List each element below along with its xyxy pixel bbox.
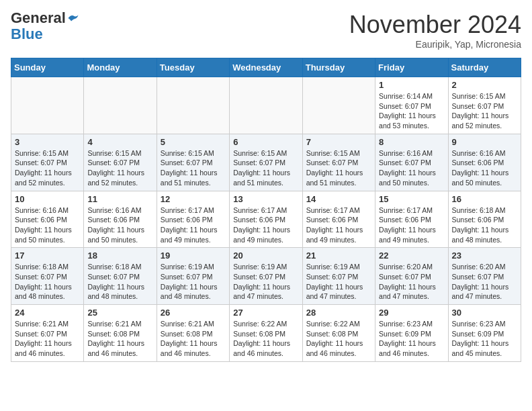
day-number: 19 [161, 250, 226, 261]
day-number: 4 [87, 137, 152, 147]
day-number: 23 [452, 250, 517, 261]
day-info: Sunrise: 6:19 AM Sunset: 6:07 PM Dayligh… [161, 262, 226, 302]
day-info: Sunrise: 6:21 AM Sunset: 6:08 PM Dayligh… [87, 319, 152, 359]
day-info: Sunrise: 6:18 AM Sunset: 6:06 PM Dayligh… [452, 205, 517, 245]
day-info: Sunrise: 6:17 AM Sunset: 6:06 PM Dayligh… [306, 205, 371, 245]
day-number: 18 [87, 250, 152, 261]
day-number: 27 [233, 308, 298, 318]
logo: General Blue [11, 11, 79, 43]
calendar-cell: 2Sunrise: 6:15 AM Sunset: 6:07 PM Daylig… [448, 77, 521, 134]
day-info: Sunrise: 6:22 AM Sunset: 6:08 PM Dayligh… [306, 319, 371, 359]
logo-bird-icon [67, 12, 79, 24]
day-number: 13 [233, 194, 298, 204]
calendar-cell: 26Sunrise: 6:21 AM Sunset: 6:08 PM Dayli… [157, 305, 229, 362]
calendar-table: SundayMondayTuesdayWednesdayThursdayFrid… [11, 58, 521, 362]
day-info: Sunrise: 6:17 AM Sunset: 6:06 PM Dayligh… [233, 205, 298, 245]
day-info: Sunrise: 6:19 AM Sunset: 6:07 PM Dayligh… [306, 262, 371, 302]
day-number: 1 [379, 80, 444, 90]
day-number: 3 [15, 137, 80, 147]
day-number: 11 [87, 194, 152, 204]
weekday-header-monday: Monday [84, 58, 157, 77]
calendar-cell: 10Sunrise: 6:16 AM Sunset: 6:06 PM Dayli… [11, 191, 84, 248]
calendar-cell: 11Sunrise: 6:16 AM Sunset: 6:06 PM Dayli… [84, 191, 157, 248]
day-number: 30 [452, 308, 517, 318]
day-number: 2 [452, 80, 517, 90]
calendar-week-row: 17Sunrise: 6:18 AM Sunset: 6:07 PM Dayli… [11, 248, 521, 305]
day-number: 6 [233, 137, 298, 147]
day-number: 20 [233, 250, 298, 261]
location-subtitle: Eauripik, Yap, Micronesia [349, 39, 521, 50]
calendar-cell: 28Sunrise: 6:22 AM Sunset: 6:08 PM Dayli… [302, 305, 375, 362]
calendar-cell: 16Sunrise: 6:18 AM Sunset: 6:06 PM Dayli… [448, 191, 521, 248]
calendar-cell: 3Sunrise: 6:15 AM Sunset: 6:07 PM Daylig… [11, 134, 84, 191]
day-number: 28 [306, 308, 371, 318]
calendar-cell: 19Sunrise: 6:19 AM Sunset: 6:07 PM Dayli… [157, 248, 229, 305]
weekday-header-tuesday: Tuesday [157, 58, 229, 77]
title-section: November 2024 Eauripik, Yap, Micronesia [349, 11, 521, 50]
day-info: Sunrise: 6:23 AM Sunset: 6:09 PM Dayligh… [379, 319, 444, 359]
day-info: Sunrise: 6:18 AM Sunset: 6:07 PM Dayligh… [15, 262, 80, 302]
day-number: 16 [452, 194, 517, 204]
day-info: Sunrise: 6:15 AM Sunset: 6:07 PM Dayligh… [233, 148, 298, 188]
calendar-cell: 7Sunrise: 6:15 AM Sunset: 6:07 PM Daylig… [302, 134, 375, 191]
calendar-cell [11, 77, 84, 134]
calendar-cell: 24Sunrise: 6:21 AM Sunset: 6:07 PM Dayli… [11, 305, 84, 362]
calendar-cell [84, 77, 157, 134]
day-number: 12 [161, 194, 226, 204]
day-info: Sunrise: 6:20 AM Sunset: 6:07 PM Dayligh… [379, 262, 444, 302]
month-title: November 2024 [349, 11, 521, 39]
day-number: 26 [161, 308, 226, 318]
calendar-cell [302, 77, 375, 134]
day-info: Sunrise: 6:20 AM Sunset: 6:07 PM Dayligh… [452, 262, 517, 302]
day-number: 25 [87, 308, 152, 318]
day-info: Sunrise: 6:18 AM Sunset: 6:07 PM Dayligh… [87, 262, 152, 302]
calendar-cell: 25Sunrise: 6:21 AM Sunset: 6:08 PM Dayli… [84, 305, 157, 362]
calendar-cell: 18Sunrise: 6:18 AM Sunset: 6:07 PM Dayli… [84, 248, 157, 305]
day-number: 15 [379, 194, 444, 204]
day-info: Sunrise: 6:16 AM Sunset: 6:06 PM Dayligh… [15, 205, 80, 245]
calendar-cell: 23Sunrise: 6:20 AM Sunset: 6:07 PM Dayli… [448, 248, 521, 305]
calendar-cell: 1Sunrise: 6:14 AM Sunset: 6:07 PM Daylig… [375, 77, 448, 134]
day-info: Sunrise: 6:23 AM Sunset: 6:09 PM Dayligh… [452, 319, 517, 359]
day-info: Sunrise: 6:15 AM Sunset: 6:07 PM Dayligh… [452, 91, 517, 131]
day-info: Sunrise: 6:22 AM Sunset: 6:08 PM Dayligh… [233, 319, 298, 359]
day-info: Sunrise: 6:15 AM Sunset: 6:07 PM Dayligh… [306, 148, 371, 188]
calendar-cell: 9Sunrise: 6:16 AM Sunset: 6:06 PM Daylig… [448, 134, 521, 191]
page-header: General Blue November 2024 Eauripik, Yap… [11, 11, 521, 50]
day-number: 29 [379, 308, 444, 318]
calendar-cell: 12Sunrise: 6:17 AM Sunset: 6:06 PM Dayli… [157, 191, 229, 248]
calendar-week-row: 3Sunrise: 6:15 AM Sunset: 6:07 PM Daylig… [11, 134, 521, 191]
calendar-cell [157, 77, 229, 134]
weekday-header-row: SundayMondayTuesdayWednesdayThursdayFrid… [11, 58, 521, 77]
logo-general-text: General [11, 11, 66, 26]
day-number: 8 [379, 137, 444, 147]
day-info: Sunrise: 6:16 AM Sunset: 6:06 PM Dayligh… [452, 148, 517, 188]
calendar-cell: 17Sunrise: 6:18 AM Sunset: 6:07 PM Dayli… [11, 248, 84, 305]
day-info: Sunrise: 6:16 AM Sunset: 6:07 PM Dayligh… [379, 148, 444, 188]
calendar-cell: 8Sunrise: 6:16 AM Sunset: 6:07 PM Daylig… [375, 134, 448, 191]
calendar-cell: 13Sunrise: 6:17 AM Sunset: 6:06 PM Dayli… [230, 191, 302, 248]
day-info: Sunrise: 6:15 AM Sunset: 6:07 PM Dayligh… [15, 148, 80, 188]
day-number: 17 [15, 250, 80, 261]
calendar-cell: 27Sunrise: 6:22 AM Sunset: 6:08 PM Dayli… [230, 305, 302, 362]
calendar-cell: 22Sunrise: 6:20 AM Sunset: 6:07 PM Dayli… [375, 248, 448, 305]
calendar-week-row: 24Sunrise: 6:21 AM Sunset: 6:07 PM Dayli… [11, 305, 521, 362]
day-info: Sunrise: 6:21 AM Sunset: 6:07 PM Dayligh… [15, 319, 80, 359]
calendar-cell: 20Sunrise: 6:19 AM Sunset: 6:07 PM Dayli… [230, 248, 302, 305]
day-number: 5 [161, 137, 226, 147]
weekday-header-friday: Friday [375, 58, 448, 77]
day-number: 9 [452, 137, 517, 147]
calendar-cell: 15Sunrise: 6:17 AM Sunset: 6:06 PM Dayli… [375, 191, 448, 248]
day-number: 7 [306, 137, 371, 147]
day-info: Sunrise: 6:15 AM Sunset: 6:07 PM Dayligh… [161, 148, 226, 188]
calendar-cell: 29Sunrise: 6:23 AM Sunset: 6:09 PM Dayli… [375, 305, 448, 362]
weekday-header-saturday: Saturday [448, 58, 521, 77]
day-info: Sunrise: 6:16 AM Sunset: 6:06 PM Dayligh… [87, 205, 152, 245]
calendar-cell: 5Sunrise: 6:15 AM Sunset: 6:07 PM Daylig… [157, 134, 229, 191]
calendar-week-row: 10Sunrise: 6:16 AM Sunset: 6:06 PM Dayli… [11, 191, 521, 248]
weekday-header-thursday: Thursday [302, 58, 375, 77]
day-number: 14 [306, 194, 371, 204]
day-number: 22 [379, 250, 444, 261]
calendar-cell: 30Sunrise: 6:23 AM Sunset: 6:09 PM Dayli… [448, 305, 521, 362]
calendar-cell [230, 77, 302, 134]
